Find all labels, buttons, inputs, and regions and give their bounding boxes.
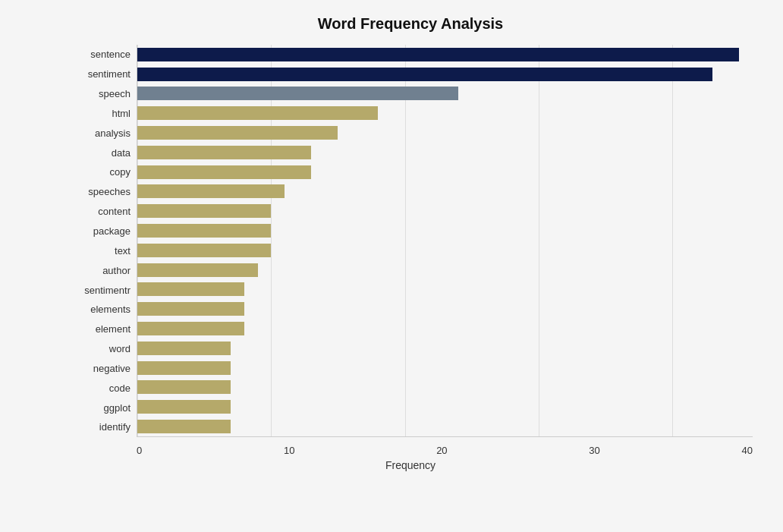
y-label: package	[68, 226, 130, 236]
bar-row	[137, 281, 753, 297]
y-label: analysis	[68, 128, 130, 138]
y-label: word	[68, 344, 130, 354]
bar-row	[137, 398, 753, 415]
bar-row	[137, 340, 753, 357]
full-chart: Word Frequency Analysis sentencesentimen…	[68, 15, 753, 471]
bar-row	[137, 379, 753, 395]
chart-container: Word Frequency Analysis sentencesentimen…	[0, 0, 783, 532]
bar-row	[137, 320, 753, 337]
x-axis-label: Frequency	[68, 459, 753, 471]
bar	[137, 165, 311, 179]
y-label: identify	[68, 422, 130, 432]
bar	[137, 126, 338, 140]
bar	[137, 224, 271, 238]
bar-row	[137, 105, 753, 121]
bar	[137, 106, 378, 120]
x-tick: 30	[589, 445, 599, 456]
bar	[137, 282, 244, 296]
y-label: sentiment	[68, 69, 130, 79]
bar-row	[137, 144, 753, 161]
bar-row	[137, 203, 753, 219]
grid-line	[405, 45, 406, 436]
y-label: elements	[68, 304, 130, 314]
x-tick: 40	[742, 445, 753, 456]
grid-line	[539, 45, 539, 436]
y-label: speeches	[68, 187, 130, 197]
y-label: sentimentr	[68, 285, 130, 295]
bar-row	[137, 301, 753, 317]
y-label: negative	[68, 364, 130, 373]
bar-row	[137, 242, 753, 259]
x-tick: 0	[137, 445, 142, 456]
x-axis-inner: 010203040	[137, 445, 753, 456]
bar	[137, 361, 231, 375]
plot-area	[137, 45, 753, 437]
y-label: element	[68, 324, 130, 334]
y-axis-labels: sentencesentimentspeechhtmlanalysisdatac…	[68, 45, 137, 437]
bar	[137, 68, 712, 81]
x-tick: 10	[284, 445, 294, 456]
y-label: ggplot	[68, 403, 130, 413]
bar-row	[137, 164, 753, 181]
grid-line	[672, 45, 673, 436]
y-label: copy	[68, 167, 130, 177]
bar	[137, 420, 231, 433]
x-tick: 20	[436, 445, 447, 456]
bar	[137, 184, 285, 198]
bar	[137, 322, 244, 335]
bar	[137, 263, 258, 277]
bar-row	[137, 124, 753, 141]
y-label: content	[68, 206, 130, 216]
bar-row	[137, 262, 753, 279]
bar-row	[137, 183, 753, 200]
bar-row	[137, 360, 753, 376]
bar-row	[137, 85, 753, 102]
grid-line	[271, 45, 272, 436]
bar-row	[137, 222, 753, 239]
y-label: speech	[68, 89, 130, 99]
y-label: sentence	[68, 49, 130, 59]
bar	[137, 146, 311, 159]
bar	[137, 204, 271, 218]
y-label: author	[68, 266, 130, 275]
bar	[137, 342, 231, 355]
y-label: text	[68, 246, 130, 256]
chart-title: Word Frequency Analysis	[68, 15, 753, 33]
grid-line	[137, 45, 138, 436]
bar	[137, 380, 231, 394]
bar	[137, 87, 458, 100]
bar	[137, 48, 739, 61]
bar-row	[137, 66, 753, 83]
bar	[137, 400, 231, 414]
y-label: html	[68, 109, 130, 118]
y-label: code	[68, 383, 130, 393]
bar	[137, 244, 271, 257]
bar	[137, 302, 244, 316]
x-axis: 010203040	[68, 445, 753, 456]
bar-row	[137, 418, 753, 435]
bar-row	[137, 46, 753, 63]
y-label: data	[68, 148, 130, 158]
